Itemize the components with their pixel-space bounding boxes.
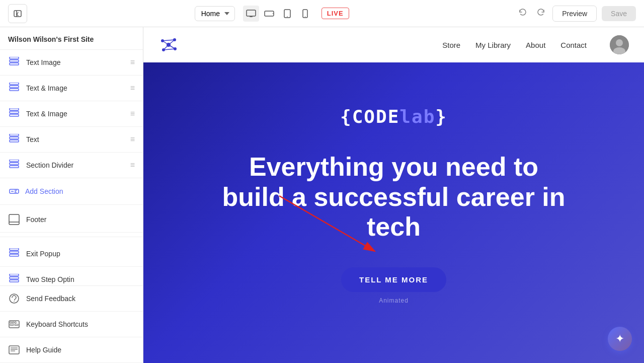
sidebar-item-label: Help Guide: [26, 346, 135, 354]
hero-logo-text: {CODElab}: [218, 106, 570, 127]
svg-rect-25: [10, 160, 19, 162]
sidebar-item-send-feedback[interactable]: Send Feedback: [0, 286, 143, 312]
svg-line-60: [163, 40, 175, 41]
sidebar: Wilson Wilson's First Site Text Image ≡: [0, 27, 143, 363]
footer-icon: [8, 213, 20, 226]
sidebar-item-exit-popup[interactable]: Exit Popup: [0, 241, 143, 267]
drag-handle-icon: ≡: [130, 109, 135, 118]
drag-handle-icon: ≡: [130, 84, 135, 93]
svg-rect-13: [10, 57, 19, 59]
add-section-item[interactable]: Add Section: [0, 178, 143, 205]
svg-rect-20: [10, 140, 19, 142]
nav-link-my-library[interactable]: My Library: [475, 41, 511, 49]
hero-animated-label: Animated: [218, 297, 570, 304]
sidebar-item-text[interactable]: Text ≡: [0, 127, 143, 153]
sidebar-item-keyboard-shortcuts[interactable]: Keyboard Shortcuts: [0, 312, 143, 337]
site-nav-links: Store My Library About Contact: [442, 35, 629, 54]
feedback-icon: [8, 293, 20, 305]
svg-rect-45: [10, 324, 14, 326]
drag-handle-icon: ≡: [130, 161, 135, 170]
svg-point-6: [272, 13, 273, 14]
page-select[interactable]: Home: [195, 6, 235, 21]
svg-line-58: [164, 45, 169, 50]
help-guide-icon: [8, 344, 20, 356]
sidebar-item-footer[interactable]: Footer: [0, 207, 143, 233]
svg-rect-17: [10, 114, 19, 116]
svg-rect-46: [15, 324, 18, 326]
svg-line-61: [164, 49, 175, 50]
keyboard-shortcuts-icon: [8, 318, 20, 330]
sidebar-item-text-image-1[interactable]: Text Image ≡: [0, 50, 143, 76]
svg-point-63: [616, 39, 623, 46]
nav-link-about[interactable]: About: [526, 41, 545, 49]
save-button[interactable]: Save: [602, 6, 636, 21]
main: Wilson Wilson's First Site Text Image ≡: [0, 27, 644, 363]
sidebar-item-section-divider[interactable]: Section Divider ≡: [0, 153, 143, 178]
svg-rect-22: [10, 134, 19, 136]
svg-rect-5: [265, 11, 274, 16]
svg-rect-42: [10, 322, 12, 323]
svg-rect-11: [10, 63, 19, 65]
topbar-right: Preview Save: [516, 6, 636, 22]
stack-icon: [8, 56, 20, 68]
hero-cta-button[interactable]: TELL ME MORE: [341, 267, 446, 292]
stack-icon: [8, 82, 20, 94]
svg-rect-18: [10, 111, 19, 113]
svg-rect-33: [10, 254, 19, 256]
sparkle-button[interactable]: ✦: [608, 327, 632, 351]
add-section-label: Add Section: [25, 187, 63, 195]
sidebar-bottom: Send Feedback Keyboard Shortcuts: [0, 285, 143, 363]
back-button[interactable]: [8, 4, 27, 23]
sidebar-item-label: Text Image: [26, 58, 124, 66]
sidebar-item-text-image-3[interactable]: Text & Image ≡: [0, 101, 143, 127]
svg-rect-34: [10, 251, 19, 253]
tablet-portrait-device-btn[interactable]: [279, 6, 295, 22]
device-icons: [243, 6, 313, 22]
drag-handle-icon: ≡: [130, 58, 135, 67]
svg-rect-19: [10, 108, 19, 110]
sidebar-item-label: Section Divider: [26, 161, 124, 169]
svg-point-10: [305, 16, 305, 17]
site-nav: Store My Library About Contact: [143, 27, 644, 62]
svg-rect-23: [10, 166, 19, 168]
mobile-device-btn[interactable]: [297, 6, 313, 22]
svg-rect-37: [10, 277, 19, 279]
stack-icon: [8, 159, 20, 171]
undo-button[interactable]: [516, 6, 529, 21]
nav-link-store[interactable]: Store: [442, 41, 460, 49]
sidebar-items: Text Image ≡ Text & Image ≡: [0, 50, 143, 285]
sidebar-item-label: Text & Image: [26, 84, 124, 92]
sidebar-item-text-image-2[interactable]: Text & Image ≡: [0, 76, 143, 101]
hero-headline: Everything you need to build a successfu…: [218, 152, 570, 242]
sidebar-item-label: Footer: [26, 215, 135, 224]
svg-rect-26: [10, 189, 19, 193]
sidebar-item-label: Send Feedback: [26, 295, 135, 303]
site-logo: [158, 35, 179, 55]
svg-rect-12: [10, 60, 19, 62]
sidebar-item-label: Keyboard Shortcuts: [26, 320, 135, 328]
hero-content: {CODElab} Everything you need to build a…: [218, 106, 570, 304]
preview-button[interactable]: Preview: [552, 6, 597, 22]
svg-line-59: [169, 45, 175, 49]
stack-icon: [8, 108, 20, 120]
sidebar-item-help-guide[interactable]: Help Guide: [0, 337, 143, 363]
sidebar-item-label: Exit Popup: [26, 250, 135, 258]
sidebar-item-two-step-optin[interactable]: Two Step Optin: [0, 267, 143, 285]
svg-point-40: [14, 301, 15, 302]
svg-rect-2: [247, 10, 256, 16]
svg-rect-36: [10, 280, 19, 282]
svg-rect-31: [9, 214, 19, 225]
tablet-landscape-device-btn[interactable]: [261, 6, 277, 22]
svg-rect-44: [15, 322, 16, 323]
svg-rect-35: [10, 248, 19, 250]
sidebar-divider: [0, 237, 143, 237]
redo-button[interactable]: [534, 6, 547, 21]
svg-rect-16: [10, 83, 19, 85]
stack-icon: [8, 133, 20, 146]
nav-link-contact[interactable]: Contact: [560, 41, 587, 49]
topbar: Home LIVE Preview Save: [0, 0, 644, 27]
desktop-device-btn[interactable]: [243, 6, 259, 22]
sidebar-item-label: Text: [26, 135, 124, 143]
topbar-left: [8, 4, 27, 23]
svg-line-56: [163, 41, 169, 45]
